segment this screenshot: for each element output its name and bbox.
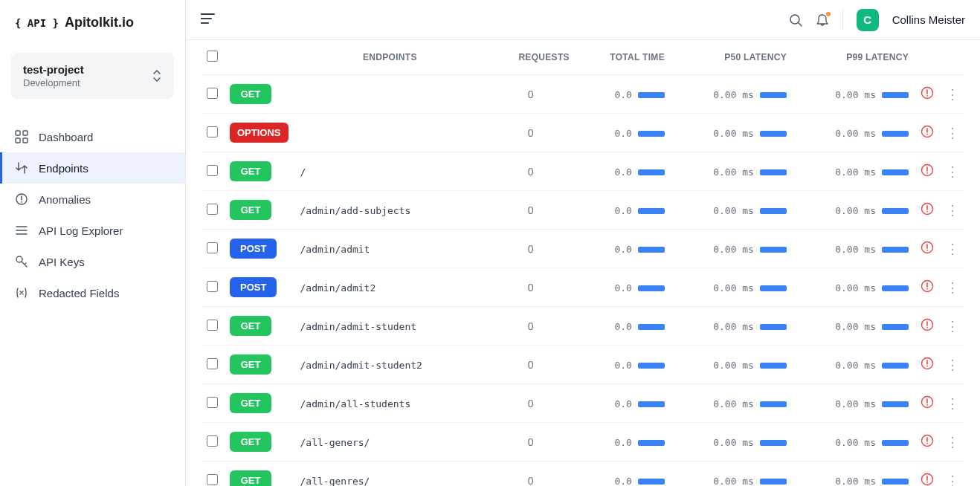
alert-icon[interactable] [921,90,934,102]
row-checkbox[interactable] [207,320,218,331]
sidebar-item-anomalies[interactable]: Anomalies [0,184,185,215]
keys-icon [15,255,28,268]
sidebar-item-label: API Log Explorer [39,224,123,237]
sidebar-item-dashboard[interactable]: Dashboard [0,121,185,152]
col-endpoints: ENDPOINTS [294,40,486,75]
alert-icon[interactable] [921,476,934,486]
row-checkbox[interactable] [207,397,218,408]
sidebar: { API } Apitolkit.io test-project Develo… [0,0,186,486]
table-row[interactable]: GET/admin/admit-student200.00.00 ms0.00 … [201,346,965,384]
project-env: Development [23,77,84,88]
endpoints-table-wrap: ENDPOINTS REQUESTS TOTAL TIME P50 LATENC… [186,40,980,486]
project-name: test-project [23,63,84,76]
total-time-bar [638,247,665,253]
notifications-button[interactable] [816,13,829,27]
alert-icon[interactable] [921,399,934,411]
svg-rect-1 [23,131,28,135]
row-checkbox[interactable] [207,204,218,215]
p50-bar [760,324,787,330]
table-row[interactable]: GET/admin/add-subjects00.00.00 ms0.00 ms… [201,191,965,230]
table-row[interactable]: GET/all-genres/00.00.00 ms0.00 ms⋮ [201,461,965,487]
row-actions-button[interactable]: ⋮ [940,423,965,461]
col-p99: P99 LATENCY [793,40,915,75]
row-checkbox[interactable] [207,165,218,176]
search-button[interactable] [789,13,802,27]
table-row[interactable]: OPTIONS00.00.00 ms0.00 ms⋮ [201,114,965,152]
sidebar-item-api-log-explorer[interactable]: API Log Explorer [0,215,185,246]
requests-value: 0 [528,398,534,409]
col-total-time: TOTAL TIME [576,40,671,75]
row-checkbox[interactable] [207,474,218,485]
total-time-value: 0.0 [614,476,631,487]
p50-value: 0.00 ms [713,321,754,332]
svg-point-28 [926,482,928,483]
sidebar-item-label: Endpoints [39,162,88,175]
p99-bar [882,401,909,407]
row-actions-button[interactable]: ⋮ [940,268,965,307]
table-row[interactable]: GET/00.00.00 ms0.00 ms⋮ [201,152,965,191]
alert-icon[interactable] [921,167,934,179]
p99-bar [882,169,909,175]
row-checkbox[interactable] [207,88,218,99]
endpoints-table: ENDPOINTS REQUESTS TOTAL TIME P50 LATENC… [201,40,965,486]
p50-value: 0.00 ms [713,476,754,487]
table-row[interactable]: GET00.00.00 ms0.00 ms⋮ [201,75,965,114]
alert-icon[interactable] [921,360,934,372]
alert-icon[interactable] [921,129,934,140]
svg-point-14 [926,211,928,213]
total-time-value: 0.0 [614,205,631,216]
p50-value: 0.00 ms [713,398,754,409]
row-checkbox[interactable] [207,281,218,292]
p99-bar [882,208,909,214]
table-row[interactable]: POST/admin/admit200.00.00 ms0.00 ms⋮ [201,268,965,307]
row-actions-button[interactable]: ⋮ [940,346,965,384]
row-checkbox[interactable] [207,435,218,447]
alert-icon[interactable] [921,438,934,450]
endpoint-path: /admin/add-subjects [300,205,411,216]
p50-value: 0.00 ms [713,128,754,139]
sidebar-item-redacted-fields[interactable]: Redacted Fields [0,277,185,308]
sidebar-item-label: Dashboard [39,131,93,143]
row-actions-button[interactable]: ⋮ [940,114,965,152]
row-actions-button[interactable]: ⋮ [940,191,965,230]
svg-point-8 [926,95,928,97]
row-actions-button[interactable]: ⋮ [940,307,965,346]
alert-icon[interactable] [921,283,934,295]
requests-value: 0 [528,359,534,371]
row-checkbox[interactable] [207,126,218,137]
user-avatar[interactable]: C [857,9,879,31]
p99-bar [882,92,909,98]
endpoint-path: /admin/admit [300,244,370,255]
sidebar-item-api-keys[interactable]: API Keys [0,246,185,277]
table-row[interactable]: GET/admin/all-students00.00.00 ms0.00 ms… [201,384,965,423]
row-actions-button[interactable]: ⋮ [940,230,965,268]
table-row[interactable]: POST/admin/admit00.00.00 ms0.00 ms⋮ [201,230,965,268]
row-actions-button[interactable]: ⋮ [940,152,965,191]
row-actions-button[interactable]: ⋮ [940,75,965,114]
method-badge: GET [230,432,271,452]
brand-logo[interactable]: { API } Apitolkit.io [0,15,185,53]
project-selector[interactable]: test-project Development [11,53,174,99]
svg-point-18 [926,288,928,290]
method-badge: GET [230,84,271,104]
total-time-bar [638,92,665,98]
table-row[interactable]: GET/admin/admit-student00.00.00 ms0.00 m… [201,307,965,346]
p50-bar [760,208,787,214]
endpoint-path: /all-geners/ [300,437,370,448]
requests-value: 0 [528,166,534,178]
alert-icon[interactable] [921,322,934,334]
table-row[interactable]: GET/all-geners/00.00.00 ms0.00 ms⋮ [201,423,965,461]
row-checkbox[interactable] [207,358,218,369]
alert-icon[interactable] [921,206,934,218]
sidebar-item-endpoints[interactable]: Endpoints [0,152,185,184]
p99-value: 0.00 ms [835,282,876,294]
select-all-checkbox[interactable] [207,51,218,62]
row-actions-button[interactable]: ⋮ [940,461,965,487]
method-badge: GET [230,200,271,220]
row-actions-button[interactable]: ⋮ [940,384,965,423]
menu-toggle-button[interactable] [201,13,216,27]
endpoint-path: /admin/admit-student2 [300,360,422,371]
row-checkbox[interactable] [207,242,218,253]
alert-icon[interactable] [921,244,934,256]
svg-point-12 [926,172,928,174]
